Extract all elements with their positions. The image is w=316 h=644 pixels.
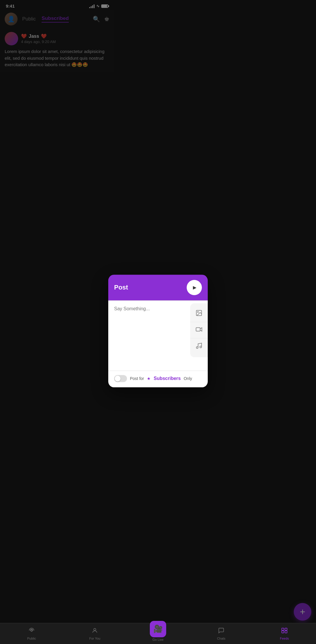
overlay-dim	[0, 0, 114, 232]
